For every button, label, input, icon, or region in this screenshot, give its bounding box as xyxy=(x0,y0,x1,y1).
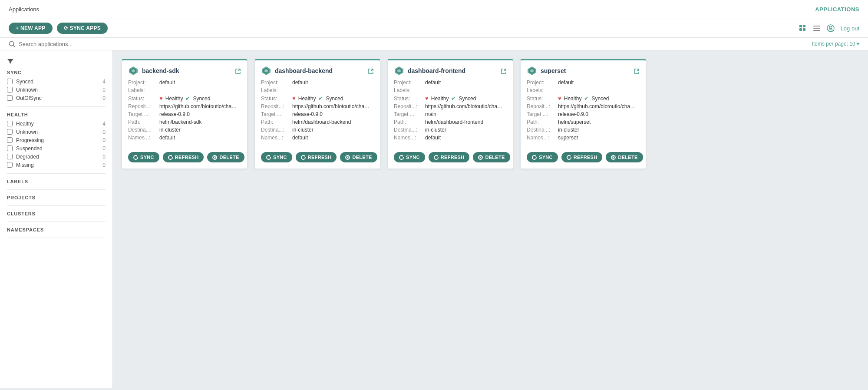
svg-rect-0 xyxy=(799,25,802,27)
sync-badge-text: Synced xyxy=(326,96,343,102)
filter-item-left: Unknown xyxy=(7,129,38,135)
delete-button[interactable]: DELETE xyxy=(340,152,377,162)
sync-apps-button[interactable]: ⟳ SYNC APPS xyxy=(57,23,108,34)
health-badge-text: Healthy xyxy=(298,96,316,102)
search-input-wrap xyxy=(9,40,812,47)
card-body: Project: default Labels: Status: ♥ Healt… xyxy=(388,79,513,148)
new-app-button[interactable]: + NEW APP xyxy=(9,23,53,34)
clusters-section-title: CLUSTERS xyxy=(7,211,106,216)
card-footer: SYNC REFRESH DELETE xyxy=(255,148,380,169)
external-link-icon[interactable] xyxy=(634,67,640,74)
refresh-button[interactable]: REFRESH xyxy=(163,152,204,162)
labels-label: Labels: xyxy=(261,87,292,93)
divider-5 xyxy=(7,221,106,222)
card-row-repo: Reposit...: https://github.com/blotoutio… xyxy=(128,103,241,109)
card-row-path: Path: helm/superset xyxy=(527,119,640,125)
svg-rect-3 xyxy=(803,28,805,31)
sync-button[interactable]: SYNC xyxy=(261,152,292,162)
sync-filter-item: OutOfSync 0 xyxy=(7,95,106,101)
health-checkbox[interactable] xyxy=(7,121,13,126)
card-row-status: Status: ♥ Healthy ✔ Synced xyxy=(128,95,241,102)
sync-button[interactable]: SYNC xyxy=(128,152,159,162)
top-bar: Applications APPLICATIONS xyxy=(0,0,868,19)
path-label: Path: xyxy=(128,119,159,125)
sync-checkbox[interactable] xyxy=(7,95,13,101)
sync-checkbox[interactable] xyxy=(7,79,13,84)
delete-icon xyxy=(611,155,616,160)
repo-value: https://github.com/blotoutio/charts.git xyxy=(292,103,370,109)
namespaces-section-title: NAMESPACES xyxy=(7,227,106,232)
card-row-namespace: Names...: default xyxy=(128,135,241,141)
destination-value: in-cluster xyxy=(292,127,314,133)
path-label: Path: xyxy=(527,119,558,125)
card-header: backend-sdk xyxy=(122,60,247,79)
grid-view-icon[interactable] xyxy=(799,24,807,32)
delete-icon xyxy=(345,155,350,160)
delete-button[interactable]: DELETE xyxy=(207,152,244,162)
delete-button[interactable]: DELETE xyxy=(473,152,510,162)
card-app-name: dashboard-backend xyxy=(275,67,333,74)
sync-button[interactable]: SYNC xyxy=(394,152,425,162)
card-row-target: Target ...: release-0.9.0 xyxy=(128,111,241,117)
repo-label: Reposit...: xyxy=(128,103,159,109)
health-filter-item: Unknown 0 xyxy=(7,129,106,135)
target-label: Target ...: xyxy=(527,111,558,117)
refresh-button[interactable]: REFRESH xyxy=(561,152,603,162)
health-section-title: HEALTH xyxy=(7,112,106,117)
namespace-value: superset xyxy=(558,135,578,141)
project-value: default xyxy=(425,79,441,86)
destination-label: Destina...: xyxy=(261,127,292,133)
svg-rect-4 xyxy=(813,26,820,26)
sync-icon xyxy=(399,155,404,160)
external-link-icon[interactable] xyxy=(368,67,374,74)
path-value: helm/superset xyxy=(558,119,591,125)
list-view-icon[interactable] xyxy=(813,24,821,32)
user-icon[interactable] xyxy=(827,24,835,32)
sync-icon xyxy=(266,155,271,160)
sync-section-title: SYNC xyxy=(7,70,106,75)
card-row-repo: Reposit...: https://github.com/blotoutio… xyxy=(394,103,507,109)
sync-checkbox[interactable] xyxy=(7,87,13,93)
sync-icon xyxy=(133,155,138,160)
filter-label: Degraded xyxy=(16,154,39,160)
card-row-project: Project: default xyxy=(527,79,640,86)
health-checkbox[interactable] xyxy=(7,137,13,143)
labels-label: Labels: xyxy=(394,87,425,93)
toolbar: + NEW APP ⟳ SYNC APPS xyxy=(0,19,868,38)
sync-badge-text: Synced xyxy=(591,96,609,102)
external-link-icon[interactable] xyxy=(501,67,507,74)
svg-rect-1 xyxy=(803,25,805,27)
sync-button[interactable]: SYNC xyxy=(527,152,558,162)
filter-count: 0 xyxy=(102,129,106,135)
namespace-value: default xyxy=(425,135,441,141)
sync-badge-icon: ✔ xyxy=(451,95,456,102)
sync-badge-icon: ✔ xyxy=(318,95,323,102)
logout-button[interactable]: Log out xyxy=(841,25,859,32)
card-row-status: Status: ♥ Healthy ✔ Synced xyxy=(261,95,374,102)
refresh-button[interactable]: REFRESH xyxy=(429,152,470,162)
card-row-namespace: Names...: superset xyxy=(527,135,640,141)
card-row-status: Status: ♥ Healthy ✔ Synced xyxy=(527,95,640,102)
health-checkbox[interactable] xyxy=(7,154,13,159)
health-checkbox[interactable] xyxy=(7,129,13,135)
filter-label: Synced xyxy=(16,79,33,85)
health-checkbox[interactable] xyxy=(7,145,13,151)
sync-filter-item: Unknown 0 xyxy=(7,87,106,93)
card-row-labels: Labels: xyxy=(394,87,507,93)
items-per-page-selector[interactable]: Items per page: 10 ▾ xyxy=(812,41,859,47)
refresh-button[interactable]: REFRESH xyxy=(296,152,337,162)
health-badge-icon: ♥ xyxy=(292,95,296,102)
health-checkbox[interactable] xyxy=(7,162,13,168)
status-label: Status: xyxy=(128,96,159,102)
search-bar: Items per page: 10 ▾ xyxy=(0,38,868,50)
card-header: superset xyxy=(521,60,646,79)
external-link-icon[interactable] xyxy=(235,67,241,74)
health-filter-item: Healthy 4 xyxy=(7,121,106,127)
search-input[interactable] xyxy=(19,41,149,47)
card-row-labels: Labels: xyxy=(128,87,241,93)
card-row-path: Path: helm/dashboard-backend xyxy=(261,119,374,125)
app-card: superset Project: default Labels: Status… xyxy=(520,59,646,169)
delete-button[interactable]: DELETE xyxy=(606,152,643,162)
project-label: Project: xyxy=(394,79,425,86)
app-card: backend-sdk Project: default Labels: Sta… xyxy=(122,59,248,169)
